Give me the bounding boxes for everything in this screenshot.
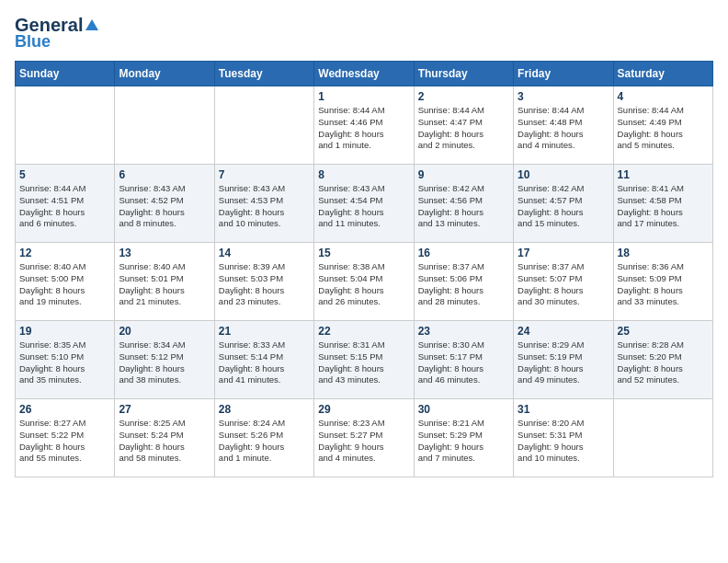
weekday-header-saturday: Saturday (613, 62, 712, 86)
calendar-cell: 25Sunrise: 8:28 AM Sunset: 5:20 PM Dayli… (613, 321, 712, 399)
logo: General Blue (15, 15, 101, 52)
day-number: 12 (19, 247, 110, 259)
calendar-week-row: 5Sunrise: 8:44 AM Sunset: 4:51 PM Daylig… (16, 165, 713, 243)
day-number: 2 (418, 90, 509, 103)
calendar-cell: 31Sunrise: 8:20 AM Sunset: 5:31 PM Dayli… (514, 399, 613, 477)
calendar-cell: 8Sunrise: 8:43 AM Sunset: 4:54 PM Daylig… (314, 165, 414, 243)
calendar-week-row: 1Sunrise: 8:44 AM Sunset: 4:46 PM Daylig… (16, 86, 713, 165)
calendar-cell: 15Sunrise: 8:38 AM Sunset: 5:04 PM Dayli… (314, 243, 414, 321)
day-number: 1 (318, 90, 409, 103)
day-info: Sunrise: 8:20 AM Sunset: 5:31 PM Dayligh… (518, 418, 609, 465)
day-info: Sunrise: 8:44 AM Sunset: 4:46 PM Dayligh… (318, 105, 409, 152)
weekday-header-friday: Friday (514, 62, 613, 86)
calendar-table: SundayMondayTuesdayWednesdayThursdayFrid… (15, 61, 713, 477)
calendar-cell: 28Sunrise: 8:24 AM Sunset: 5:26 PM Dayli… (214, 399, 313, 477)
day-number: 19 (19, 325, 110, 338)
day-info: Sunrise: 8:44 AM Sunset: 4:47 PM Dayligh… (418, 105, 509, 152)
day-info: Sunrise: 8:43 AM Sunset: 4:54 PM Dayligh… (318, 183, 409, 230)
calendar-week-row: 19Sunrise: 8:35 AM Sunset: 5:10 PM Dayli… (16, 321, 713, 399)
logo-blue-label: Blue (15, 32, 51, 52)
day-info: Sunrise: 8:24 AM Sunset: 5:26 PM Dayligh… (219, 418, 310, 465)
calendar-cell: 13Sunrise: 8:40 AM Sunset: 5:01 PM Dayli… (115, 243, 214, 321)
calendar-cell: 16Sunrise: 8:37 AM Sunset: 5:06 PM Dayli… (414, 243, 513, 321)
day-info: Sunrise: 8:43 AM Sunset: 4:53 PM Dayligh… (219, 183, 310, 230)
calendar-cell: 29Sunrise: 8:23 AM Sunset: 5:27 PM Dayli… (314, 399, 414, 477)
weekday-header-thursday: Thursday (414, 62, 513, 86)
calendar-cell: 20Sunrise: 8:34 AM Sunset: 5:12 PM Dayli… (115, 321, 214, 399)
day-number: 15 (318, 247, 409, 259)
day-info: Sunrise: 8:44 AM Sunset: 4:48 PM Dayligh… (518, 105, 609, 152)
calendar-cell: 17Sunrise: 8:37 AM Sunset: 5:07 PM Dayli… (514, 243, 613, 321)
day-number: 28 (219, 403, 310, 416)
day-number: 14 (219, 247, 310, 259)
calendar-week-row: 12Sunrise: 8:40 AM Sunset: 5:00 PM Dayli… (16, 243, 713, 321)
calendar-cell: 22Sunrise: 8:31 AM Sunset: 5:15 PM Dayli… (314, 321, 414, 399)
day-info: Sunrise: 8:25 AM Sunset: 5:24 PM Dayligh… (119, 418, 210, 465)
day-number: 29 (318, 403, 409, 416)
day-number: 16 (418, 247, 509, 259)
calendar-cell: 30Sunrise: 8:21 AM Sunset: 5:29 PM Dayli… (414, 399, 513, 477)
day-info: Sunrise: 8:31 AM Sunset: 5:15 PM Dayligh… (318, 339, 409, 386)
day-info: Sunrise: 8:41 AM Sunset: 4:58 PM Dayligh… (618, 183, 709, 230)
day-number: 8 (318, 168, 409, 181)
day-number: 23 (418, 325, 509, 338)
day-number: 6 (119, 168, 210, 181)
day-info: Sunrise: 8:28 AM Sunset: 5:20 PM Dayligh… (618, 339, 709, 386)
calendar-cell (613, 399, 712, 477)
calendar-cell: 11Sunrise: 8:41 AM Sunset: 4:58 PM Dayli… (613, 165, 712, 243)
day-number: 24 (518, 325, 609, 338)
day-info: Sunrise: 8:40 AM Sunset: 5:00 PM Dayligh… (19, 261, 110, 308)
day-number: 10 (518, 168, 609, 181)
calendar-cell: 24Sunrise: 8:29 AM Sunset: 5:19 PM Dayli… (514, 321, 613, 399)
calendar-cell (214, 86, 313, 165)
day-info: Sunrise: 8:23 AM Sunset: 5:27 PM Dayligh… (318, 418, 409, 465)
day-info: Sunrise: 8:27 AM Sunset: 5:22 PM Dayligh… (19, 418, 110, 465)
logo-icon (84, 17, 100, 34)
day-number: 11 (618, 168, 709, 181)
day-number: 7 (219, 168, 310, 181)
day-number: 17 (518, 247, 609, 259)
calendar-cell: 7Sunrise: 8:43 AM Sunset: 4:53 PM Daylig… (214, 165, 313, 243)
day-info: Sunrise: 8:38 AM Sunset: 5:04 PM Dayligh… (318, 261, 409, 308)
day-number: 4 (618, 90, 709, 103)
day-number: 22 (318, 325, 409, 338)
day-number: 20 (119, 325, 210, 338)
calendar-cell: 12Sunrise: 8:40 AM Sunset: 5:00 PM Dayli… (16, 243, 115, 321)
calendar-week-row: 26Sunrise: 8:27 AM Sunset: 5:22 PM Dayli… (16, 399, 713, 477)
day-number: 18 (618, 247, 709, 259)
day-number: 25 (618, 325, 709, 338)
day-info: Sunrise: 8:43 AM Sunset: 4:52 PM Dayligh… (119, 183, 210, 230)
calendar-cell: 18Sunrise: 8:36 AM Sunset: 5:09 PM Dayli… (613, 243, 712, 321)
day-info: Sunrise: 8:29 AM Sunset: 5:19 PM Dayligh… (518, 339, 609, 386)
day-info: Sunrise: 8:39 AM Sunset: 5:03 PM Dayligh… (219, 261, 310, 308)
day-number: 21 (219, 325, 310, 338)
calendar-cell (115, 86, 214, 165)
weekday-header-tuesday: Tuesday (214, 62, 313, 86)
day-info: Sunrise: 8:21 AM Sunset: 5:29 PM Dayligh… (418, 418, 509, 465)
weekday-header-row: SundayMondayTuesdayWednesdayThursdayFrid… (16, 62, 713, 86)
day-info: Sunrise: 8:44 AM Sunset: 4:51 PM Dayligh… (19, 183, 110, 230)
day-info: Sunrise: 8:33 AM Sunset: 5:14 PM Dayligh… (219, 339, 310, 386)
calendar-cell: 1Sunrise: 8:44 AM Sunset: 4:46 PM Daylig… (314, 86, 414, 165)
day-info: Sunrise: 8:35 AM Sunset: 5:10 PM Dayligh… (19, 339, 110, 386)
calendar-cell: 10Sunrise: 8:42 AM Sunset: 4:57 PM Dayli… (514, 165, 613, 243)
day-info: Sunrise: 8:30 AM Sunset: 5:17 PM Dayligh… (418, 339, 509, 386)
calendar-cell: 6Sunrise: 8:43 AM Sunset: 4:52 PM Daylig… (115, 165, 214, 243)
day-info: Sunrise: 8:34 AM Sunset: 5:12 PM Dayligh… (119, 339, 210, 386)
day-number: 30 (418, 403, 509, 416)
day-info: Sunrise: 8:40 AM Sunset: 5:01 PM Dayligh… (119, 261, 210, 308)
calendar-cell: 5Sunrise: 8:44 AM Sunset: 4:51 PM Daylig… (16, 165, 115, 243)
day-info: Sunrise: 8:36 AM Sunset: 5:09 PM Dayligh… (618, 261, 709, 308)
day-number: 27 (119, 403, 210, 416)
day-number: 5 (19, 168, 110, 181)
day-number: 31 (518, 403, 609, 416)
weekday-header-sunday: Sunday (16, 62, 115, 86)
day-info: Sunrise: 8:42 AM Sunset: 4:56 PM Dayligh… (418, 183, 509, 230)
calendar-cell: 3Sunrise: 8:44 AM Sunset: 4:48 PM Daylig… (514, 86, 613, 165)
day-number: 3 (518, 90, 609, 103)
day-number: 26 (19, 403, 110, 416)
calendar-cell: 27Sunrise: 8:25 AM Sunset: 5:24 PM Dayli… (115, 399, 214, 477)
calendar-cell: 26Sunrise: 8:27 AM Sunset: 5:22 PM Dayli… (16, 399, 115, 477)
weekday-header-wednesday: Wednesday (314, 62, 414, 86)
day-number: 13 (119, 247, 210, 259)
